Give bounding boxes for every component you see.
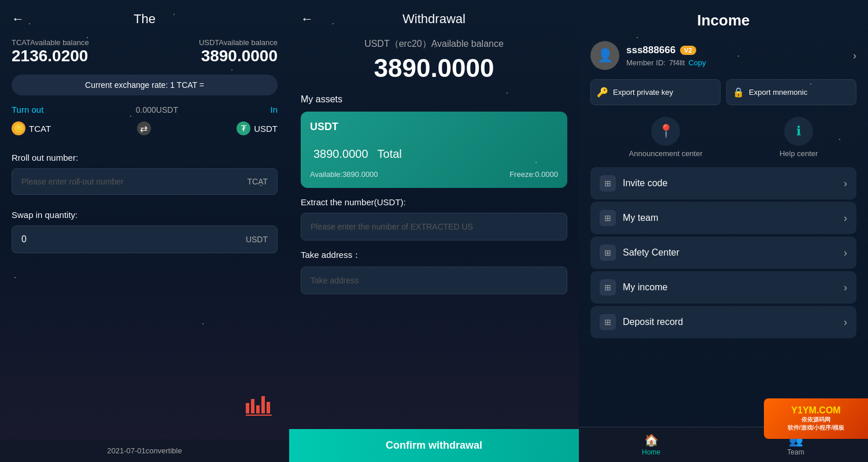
chart-icon xyxy=(246,396,272,416)
exchange-rate-text: Current exchange rate: 1 TCAT = xyxy=(85,80,204,90)
announcement-label: Announcement center xyxy=(629,149,703,158)
deposit-record-label: Deposit record xyxy=(623,317,837,327)
nav-team-label: Team xyxy=(723,448,868,456)
swap-qty-label: Swap in quantity: xyxy=(12,210,278,220)
turn-out-label: Turn out xyxy=(12,105,43,114)
asset-total-suffix: Total xyxy=(378,147,402,160)
member-id-label: Member ID: xyxy=(626,58,666,67)
panel2-header: ← Withdrawal xyxy=(301,12,567,27)
asset-total-value: 3890.0000 Total xyxy=(310,139,558,163)
asset-card: USDT 3890.0000 Total Available:3890.0000… xyxy=(301,112,567,188)
confirm-withdrawal-button[interactable]: Confirm withdrawal xyxy=(289,429,579,462)
asset-details: Available:3890.0000 Freeze:0.0000 xyxy=(310,170,558,179)
usdt-label: USDTAvailable balance xyxy=(145,38,278,47)
v2-badge: V2 xyxy=(680,46,696,55)
nav-home[interactable]: 🏠 Home xyxy=(579,427,723,462)
user-card: 👤 sss888666 V2 Member ID: 7f4llt Copy › xyxy=(590,41,856,70)
panel1-footer: 2021-07-01convertible xyxy=(0,439,289,462)
back-arrow-2[interactable]: ← xyxy=(301,12,313,27)
take-address-label: Take address： xyxy=(301,250,567,261)
tcat-token-label: TCAT xyxy=(29,124,51,134)
announcement-icon: 📍 xyxy=(651,117,680,146)
my-team-icon: ⊞ xyxy=(600,210,616,226)
user-card-chevron[interactable]: › xyxy=(853,50,856,62)
income-title: Income xyxy=(590,12,856,29)
copy-button[interactable]: Copy xyxy=(688,58,706,67)
assets-section-title: My assets xyxy=(301,94,567,105)
usdt-token: ₮ USDT xyxy=(237,121,278,135)
key-icon: 🔑 xyxy=(597,87,608,98)
lock-icon: 🔒 xyxy=(733,87,744,98)
turn-in-label: In xyxy=(270,105,278,114)
watermark-title: Y1YM.COM xyxy=(791,405,840,416)
exchange-rate-bar: Current exchange rate: 1 TCAT = xyxy=(12,75,278,95)
announcement-center-item[interactable]: 📍 Announcement center xyxy=(629,117,703,158)
my-income-chevron: › xyxy=(844,282,847,294)
member-id-value: 7f4llt xyxy=(669,58,685,67)
swap-qty-currency: USDT xyxy=(246,235,268,244)
username: sss888666 xyxy=(626,45,675,56)
exchange-panel: ← The TCATAvailable balance 2136.0200 US… xyxy=(0,0,289,462)
export-mnemonic-button[interactable]: 🔒 Export mnemonic xyxy=(726,79,856,105)
take-address-input[interactable] xyxy=(311,276,557,285)
asset-available: Available:3890.0000 xyxy=(310,170,378,179)
usdt-token-label: USDT xyxy=(254,124,278,134)
token-row: 🪙 TCAT ⇄ ₮ USDT xyxy=(12,121,278,135)
usdt-value: 3890.0000 xyxy=(145,47,278,65)
my-income-label: My income xyxy=(623,282,837,293)
menu-item-safety-center[interactable]: ⊞ Safety Center › xyxy=(590,236,856,269)
help-icon: ℹ xyxy=(784,117,813,146)
swap-qty-value: 0 xyxy=(21,234,27,245)
usdt-icon: ₮ xyxy=(237,121,250,135)
tcat-token: 🪙 TCAT xyxy=(12,121,51,135)
tcat-icon: 🪙 xyxy=(12,121,25,135)
extract-input-field[interactable] xyxy=(301,213,567,241)
tcat-balance: TCATAvailable balance 2136.0200 xyxy=(12,38,145,65)
panel1-header: ← The xyxy=(12,12,278,27)
member-id-row: Member ID: 7f4llt Copy xyxy=(626,58,846,67)
my-team-label: My team xyxy=(623,213,837,223)
asset-name: USDT xyxy=(310,121,558,133)
action-buttons-row: 🔑 Export private key 🔒 Export mnemonic xyxy=(590,79,856,105)
swap-arrows-icon[interactable]: ⇄ xyxy=(137,121,151,135)
avail-balance-label: USDT（erc20）Available balance xyxy=(301,38,567,50)
income-panel: Income 👤 sss888666 V2 Member ID: 7f4llt … xyxy=(579,0,868,462)
my-income-icon: ⊞ xyxy=(600,279,616,295)
back-arrow-1[interactable]: ← xyxy=(12,12,24,27)
menu-item-invite-code[interactable]: ⊞ Invite code › xyxy=(590,167,856,199)
roll-out-label: Rroll out number: xyxy=(12,153,278,162)
menu-item-my-team[interactable]: ⊞ My team › xyxy=(590,202,856,234)
asset-freeze: Freeze:0.0000 xyxy=(509,170,558,179)
roll-out-input[interactable] xyxy=(21,177,247,186)
extract-input[interactable] xyxy=(311,222,557,231)
take-address-field[interactable] xyxy=(301,267,567,294)
invite-code-label: Invite code xyxy=(623,178,837,189)
deposit-record-icon: ⊞ xyxy=(600,314,616,330)
deposit-record-chevron: › xyxy=(844,316,847,328)
help-center-item[interactable]: ℹ Help center xyxy=(780,117,818,158)
home-icon: 🏠 xyxy=(579,433,723,447)
invite-code-icon: ⊞ xyxy=(600,175,616,191)
export-key-label: Export private key xyxy=(613,88,673,97)
safety-center-chevron: › xyxy=(844,247,847,259)
nav-home-label: Home xyxy=(579,448,723,456)
tcat-value: 2136.0200 xyxy=(12,47,145,65)
export-mnemonic-label: Export mnemonic xyxy=(749,88,807,97)
balance-section: TCATAvailable balance 2136.0200 USDTAvai… xyxy=(12,38,278,65)
extract-label: Extract the number(USDT): xyxy=(301,197,567,207)
panel2-title: Withdrawal xyxy=(402,12,466,27)
menu-item-deposit-record[interactable]: ⊞ Deposit record › xyxy=(590,306,856,338)
menu-item-my-income[interactable]: ⊞ My income › xyxy=(590,271,856,304)
center-icons-row: 📍 Announcement center ℹ Help center xyxy=(590,117,856,158)
invite-code-chevron: › xyxy=(844,178,847,190)
export-private-key-button[interactable]: 🔑 Export private key xyxy=(590,79,721,105)
menu-list: ⊞ Invite code › ⊞ My team › ⊞ Safety Cen… xyxy=(590,167,856,338)
roll-out-field[interactable]: TCAT xyxy=(12,168,278,195)
help-label: Help center xyxy=(780,149,818,158)
swap-direction-row: Turn out 0.000USDT In xyxy=(12,105,278,114)
avail-balance-value: 3890.0000 xyxy=(301,54,567,83)
my-team-chevron: › xyxy=(844,212,847,224)
watermark: Y1YM.COM 依依源码网 软件/游戏/小程序/模板 xyxy=(764,398,868,439)
watermark-desc: 软件/游戏/小程序/模板 xyxy=(788,424,844,432)
username-row: sss888666 V2 xyxy=(626,45,846,56)
